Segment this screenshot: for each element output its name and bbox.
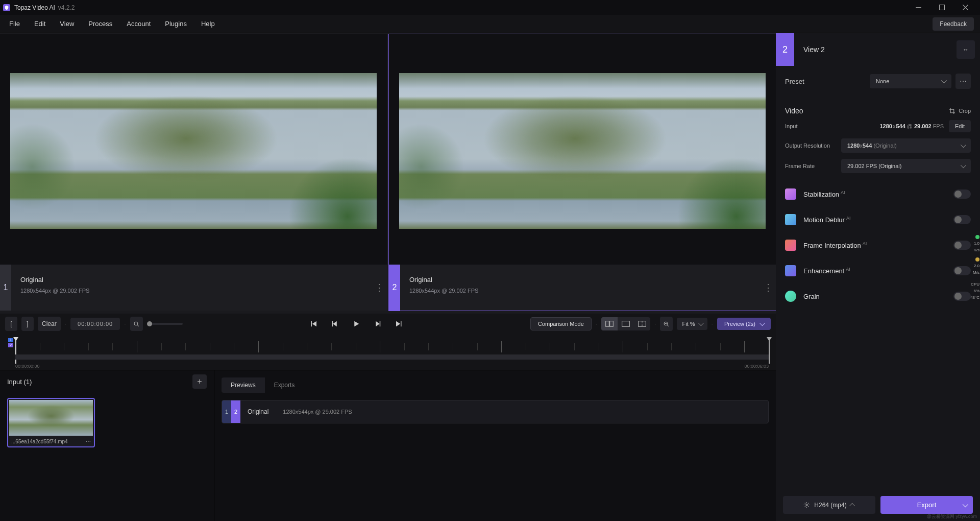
menu-edit[interactable]: Edit	[27, 16, 53, 32]
stabilization-icon	[785, 188, 796, 200]
go-to-start-button[interactable]	[309, 319, 318, 328]
chevron-down-icon	[698, 320, 703, 326]
video-section-header: Video	[785, 107, 803, 115]
chevron-down-icon	[760, 320, 765, 326]
mark-out-button[interactable]: ]	[21, 317, 34, 331]
preview-button[interactable]: Preview (2s)	[717, 318, 771, 330]
view-zoom-out-button[interactable]	[660, 317, 673, 331]
motion-deblur-toggle[interactable]	[953, 215, 971, 224]
right-panel-badge: 2	[776, 33, 794, 66]
menu-process[interactable]: Process	[81, 16, 119, 32]
preview-view-1[interactable]: 1 Original 1280x544px @ 29.002 FPS ⋮	[0, 34, 387, 311]
preview-row-badge-1: 1	[222, 400, 231, 423]
svg-rect-3	[606, 321, 609, 327]
svg-rect-1	[939, 5, 944, 10]
output-resolution-label: Output Resolution	[785, 143, 841, 149]
mark-in-button[interactable]: [	[5, 317, 17, 331]
input-thumbnail-image	[9, 400, 93, 436]
add-input-button[interactable]: +	[192, 374, 207, 389]
menu-help[interactable]: Help	[194, 16, 222, 32]
play-button[interactable]	[352, 319, 361, 328]
gear-icon	[803, 502, 810, 508]
grain-icon	[785, 291, 796, 302]
performance-indicator: 1.0K/s 2.0M/s CPU 6% 48°C	[970, 235, 980, 300]
go-to-end-button[interactable]	[395, 319, 404, 328]
stabilization-toggle[interactable]	[953, 190, 971, 199]
menu-account[interactable]: Account	[119, 16, 158, 32]
view-1-menu-button[interactable]: ⋮	[372, 265, 387, 311]
input-edit-button[interactable]: Edit	[949, 120, 971, 132]
right-panel-title: View 2	[794, 45, 957, 54]
grain-toggle[interactable]	[953, 292, 971, 301]
step-back-button[interactable]	[330, 319, 339, 328]
preview-row-meta: 1280x544px @ 29.002 FPS	[276, 409, 359, 415]
menu-view[interactable]: View	[53, 16, 81, 32]
input-panel-title: Input (1)	[7, 378, 32, 386]
stabilization-module[interactable]: StabilizationAI	[776, 181, 980, 207]
svg-rect-0	[916, 7, 921, 8]
layout-split-button[interactable]	[634, 317, 650, 330]
encoder-dropdown[interactable]: H264 (mp4)	[783, 496, 875, 514]
view-2-menu-button[interactable]: ⋮	[761, 265, 776, 311]
grain-module[interactable]: Grain	[776, 283, 980, 309]
crop-icon	[949, 108, 955, 114]
timeline-end-handle[interactable]	[769, 338, 770, 364]
video-preview-1	[10, 73, 377, 229]
clear-button[interactable]: Clear	[38, 317, 61, 331]
chevron-down-icon	[963, 501, 968, 507]
app-logo	[3, 4, 10, 11]
app-name: Topaz Video AI	[14, 4, 55, 11]
video-preview-2	[399, 73, 766, 229]
view-1-title: Original	[20, 276, 362, 283]
window-close-button[interactable]	[953, 0, 977, 15]
timeline-playhead[interactable]	[15, 338, 16, 364]
input-thumbnail[interactable]: ...65ea14a2cd55f74.mp4⋯	[7, 398, 95, 447]
preset-dropdown[interactable]: None	[870, 74, 951, 88]
input-file-name: ...65ea14a2cd55f74.mp4	[11, 439, 68, 444]
frame-rate-dropdown[interactable]: 29.002 FPS (Original)	[841, 159, 971, 173]
preview-row-badge-2: 2	[231, 400, 240, 423]
timeline-start-time: 00:00:00:00	[15, 364, 40, 369]
crop-button[interactable]: Crop	[949, 108, 971, 114]
preview-row-title: Original	[240, 408, 276, 415]
output-resolution-dropdown[interactable]: 1280x544 (Original)	[841, 138, 971, 153]
layout-single-button[interactable]	[618, 317, 634, 330]
svg-rect-4	[610, 321, 614, 327]
chevron-down-icon	[941, 78, 947, 83]
preview-list-item[interactable]: 1 2 Original 1280x544px @ 29.002 FPS	[222, 400, 769, 423]
timeline[interactable]: 12 00:00:00:00 00:00:06:03	[0, 334, 776, 370]
step-forward-button[interactable]	[373, 319, 382, 328]
frame-interpolation-module[interactable]: Frame InterpolationAI	[776, 232, 980, 258]
tab-previews[interactable]: Previews	[222, 377, 265, 393]
export-button[interactable]: Export	[880, 496, 973, 514]
menu-plugins[interactable]: Plugins	[158, 16, 194, 32]
motion-deblur-module[interactable]: Motion DeblurAI	[776, 207, 980, 232]
view-1-badge: 1	[0, 265, 11, 311]
tab-exports[interactable]: Exports	[265, 377, 304, 393]
timeline-zoom-button[interactable]	[130, 317, 143, 331]
chevron-up-icon	[849, 503, 855, 508]
menu-file[interactable]: File	[2, 16, 27, 32]
view-2-meta: 1280x544px @ 29.002 FPS	[409, 288, 751, 294]
frame-interpolation-toggle[interactable]	[953, 241, 971, 250]
layout-side-by-side-button[interactable]	[601, 317, 618, 330]
timeline-zoom-slider[interactable]	[147, 323, 183, 325]
enhancement-toggle[interactable]	[953, 266, 971, 275]
svg-rect-5	[622, 321, 630, 327]
feedback-button[interactable]: Feedback	[933, 17, 974, 31]
input-thumbnail-menu[interactable]: ⋯	[86, 439, 91, 444]
comparison-mode-button[interactable]: Comparison Mode	[530, 317, 592, 330]
preset-more-button[interactable]: ⋯	[955, 74, 971, 89]
input-dims-value: 1280x544@29.002FPS	[841, 123, 944, 129]
svg-point-2	[134, 322, 138, 325]
timecode-display[interactable]: 00:00:00:00	[70, 318, 120, 330]
preview-view-2[interactable]: 2 Original 1280x544px @ 29.002 FPS ⋮	[389, 34, 776, 311]
expand-panel-button[interactable]: ↔	[957, 40, 975, 59]
window-minimize-button[interactable]	[906, 0, 930, 15]
fit-zoom-dropdown[interactable]: Fit %	[677, 318, 707, 330]
enhancement-module[interactable]: EnhancementAI	[776, 258, 980, 283]
view-1-meta: 1280x544px @ 29.002 FPS	[20, 288, 362, 294]
frame-rate-label: Frame Rate	[785, 163, 841, 169]
enhancement-icon	[785, 265, 796, 276]
window-maximize-button[interactable]	[930, 0, 953, 15]
